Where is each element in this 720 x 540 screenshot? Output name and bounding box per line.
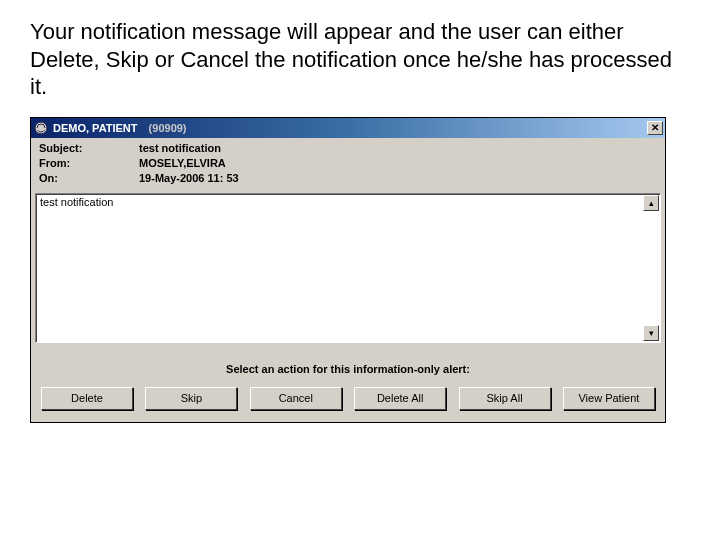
close-button[interactable]: ✕ [647, 121, 663, 135]
title-patient-id: (90909) [149, 122, 187, 134]
scroll-down-button[interactable]: ▾ [643, 325, 659, 341]
window-title: DEMO, PATIENT (90909) [53, 122, 187, 134]
title-patient-name: DEMO, PATIENT [53, 122, 138, 134]
app-icon [33, 120, 49, 136]
message-text: test notification [40, 196, 113, 208]
cancel-button[interactable]: Cancel [250, 387, 342, 410]
action-button-row: Delete Skip Cancel Delete All Skip All V… [31, 383, 665, 422]
label-subject: Subject: [39, 142, 139, 157]
titlebar: DEMO, PATIENT (90909) ✕ [31, 118, 665, 138]
label-on: On: [39, 172, 139, 187]
scroll-up-button[interactable]: ▴ [643, 195, 659, 211]
header-info-panel: Subject: From: On: test notification MOS… [31, 138, 665, 193]
view-patient-button[interactable]: View Patient [563, 387, 655, 410]
delete-button[interactable]: Delete [41, 387, 133, 410]
message-body[interactable]: test notification ▴ ▾ [35, 193, 661, 343]
skip-all-button[interactable]: Skip All [459, 387, 551, 410]
skip-button[interactable]: Skip [145, 387, 237, 410]
delete-all-button[interactable]: Delete All [354, 387, 446, 410]
action-prompt: Select an action for this information-on… [31, 343, 665, 383]
value-from: MOSELY,ELVIRA [139, 157, 239, 172]
notification-dialog: DEMO, PATIENT (90909) ✕ Subject: From: O… [30, 117, 666, 423]
value-on: 19-May-2006 11: 53 [139, 172, 239, 187]
value-subject: test notification [139, 142, 239, 157]
instruction-caption: Your notification message will appear an… [0, 0, 720, 109]
label-from: From: [39, 157, 139, 172]
